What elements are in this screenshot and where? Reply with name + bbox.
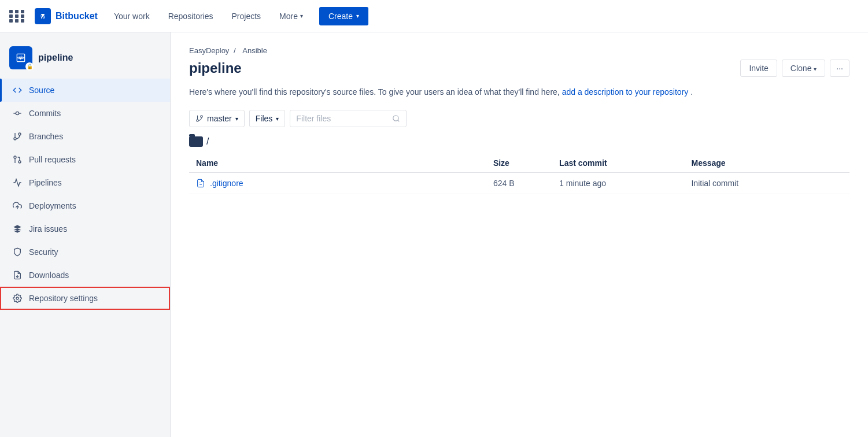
nav-repositories[interactable]: Repositories <box>161 7 220 25</box>
sidebar: </> 🔒 pipeline Source <box>0 32 171 437</box>
file-table-body: .gitignore 624 B 1 minute ago Initial co… <box>189 173 849 194</box>
sidebar-item-downloads[interactable]: Downloads <box>0 264 170 287</box>
file-name: .gitignore <box>210 179 243 188</box>
col-size: Size <box>486 154 552 173</box>
lock-badge-icon: 🔒 <box>25 62 34 71</box>
search-icon <box>392 114 400 123</box>
page-title-row: pipeline Invite Clone ▾ ··· <box>189 60 849 77</box>
file-message: Initial commit <box>684 173 849 194</box>
file-icon <box>196 179 205 188</box>
breadcrumb: EasyDeploy / Ansible <box>189 46 849 55</box>
branches-icon <box>12 131 23 142</box>
svg-point-8 <box>14 156 16 158</box>
nav-projects[interactable]: Projects <box>224 7 268 25</box>
svg-point-6 <box>14 138 16 140</box>
sidebar-item-pull-requests[interactable]: Pull requests <box>0 148 170 171</box>
table-row: .gitignore 624 B 1 minute ago Initial co… <box>189 173 849 194</box>
file-size: 624 B <box>486 173 552 194</box>
file-path: / <box>206 136 209 147</box>
svg-text:</>: </> <box>17 55 24 61</box>
downloads-icon <box>12 269 23 281</box>
sidebar-nav: Source Commits <box>0 79 170 310</box>
branch-name: master <box>207 114 232 123</box>
file-table: Name Size Last commit Message <box>189 154 849 194</box>
add-description-link[interactable]: add a description to your repository <box>562 87 689 97</box>
settings-icon <box>12 292 23 304</box>
folder-icon <box>189 136 203 147</box>
main-content: EasyDeploy / Ansible pipeline Invite Clo… <box>171 32 868 437</box>
sidebar-item-security[interactable]: Security <box>0 240 170 264</box>
deployments-icon <box>12 200 23 212</box>
app-grid-icon[interactable] <box>9 10 25 23</box>
files-selector[interactable]: Files ▾ <box>249 110 286 127</box>
clone-chevron-icon: ▾ <box>814 66 817 72</box>
file-name-cell: .gitignore <box>189 173 486 194</box>
page-actions: Invite Clone ▾ ··· <box>740 60 849 77</box>
col-name: Name <box>189 154 486 173</box>
files-label: Files <box>256 114 273 123</box>
svg-point-15 <box>197 120 199 122</box>
repo-avatar: </> 🔒 <box>9 46 32 69</box>
svg-point-14 <box>201 116 203 118</box>
sidebar-repo-name: pipeline <box>38 53 73 63</box>
branch-selector[interactable]: master ▾ <box>189 110 245 127</box>
logo-icon <box>35 8 51 24</box>
sidebar-item-commits[interactable]: Commits <box>0 102 170 125</box>
file-table-header: Name Size Last commit Message <box>189 154 849 173</box>
sidebar-item-deployments[interactable]: Deployments <box>0 194 170 217</box>
sidebar-repo-header: </> 🔒 pipeline <box>0 42 170 79</box>
page-title: pipeline <box>189 60 242 76</box>
col-last-commit: Last commit <box>552 154 684 173</box>
svg-point-16 <box>393 116 398 121</box>
more-actions-button[interactable]: ··· <box>830 60 849 77</box>
file-path-bar: / <box>189 136 849 147</box>
pull-requests-icon <box>12 154 23 165</box>
sidebar-item-repository-settings[interactable]: Repository settings <box>0 287 170 310</box>
svg-point-7 <box>19 161 21 163</box>
branch-chevron-icon: ▾ <box>235 116 238 122</box>
svg-point-5 <box>19 133 21 135</box>
svg-point-12 <box>16 297 19 299</box>
clone-button[interactable]: Clone ▾ <box>782 60 825 77</box>
breadcrumb-current: Ansible <box>242 46 267 55</box>
filter-files-input[interactable] <box>296 114 389 123</box>
filter-input-container <box>290 110 407 127</box>
sidebar-item-pipelines[interactable]: Pipelines <box>0 171 170 194</box>
sidebar-item-jira-issues[interactable]: Jira issues <box>0 217 170 240</box>
svg-point-1 <box>16 112 19 114</box>
pipelines-icon <box>12 177 23 188</box>
branch-icon <box>195 114 204 123</box>
logo-text: Bitbucket <box>56 11 98 21</box>
security-icon <box>12 246 23 258</box>
jira-icon <box>12 223 23 235</box>
create-button[interactable]: Create ▾ <box>319 7 368 25</box>
nav-your-work[interactable]: Your work <box>107 7 157 25</box>
sidebar-item-branches[interactable]: Branches <box>0 125 170 148</box>
create-chevron-icon: ▾ <box>356 13 359 19</box>
file-name-link[interactable]: .gitignore <box>196 179 479 188</box>
sidebar-item-source[interactable]: Source <box>0 79 170 102</box>
breadcrumb-separator: / <box>234 46 238 55</box>
invite-button[interactable]: Invite <box>740 60 777 77</box>
svg-line-17 <box>398 120 400 122</box>
topnav: Bitbucket Your work Repositories Project… <box>0 0 868 32</box>
file-toolbar: master ▾ Files ▾ <box>189 110 849 127</box>
col-message: Message <box>684 154 849 173</box>
source-icon <box>12 84 23 96</box>
nav-more[interactable]: More ▾ <box>272 7 310 25</box>
bitbucket-logo[interactable]: Bitbucket <box>35 8 98 24</box>
more-chevron-icon: ▾ <box>300 13 303 19</box>
files-chevron-icon: ▾ <box>276 116 279 122</box>
file-last-commit: 1 minute ago <box>552 173 684 194</box>
description-text: Here's where you'll find this repository… <box>189 86 849 98</box>
breadcrumb-parent[interactable]: EasyDeploy <box>189 46 229 55</box>
commits-icon <box>12 108 23 119</box>
